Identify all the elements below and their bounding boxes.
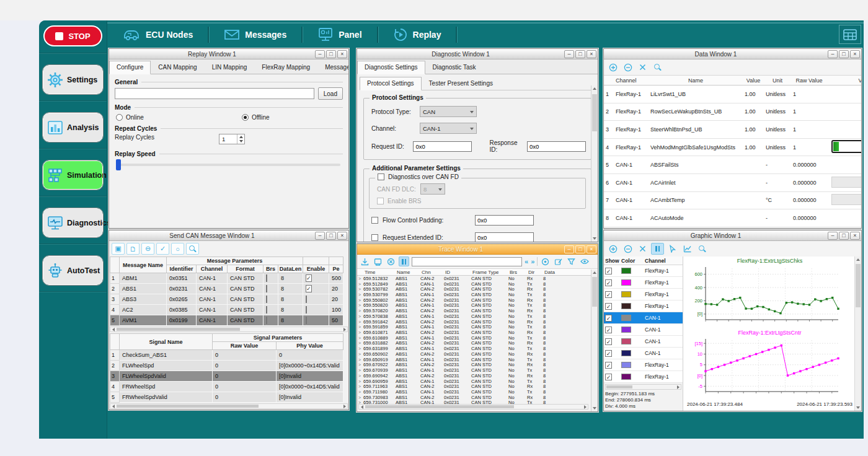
eye-icon[interactable] — [579, 256, 590, 266]
color-swatch[interactable] — [621, 327, 631, 333]
replay-file-input[interactable] — [115, 88, 314, 99]
replay-window-titlebar[interactable]: Replay Window 1 –□× — [109, 49, 348, 59]
trace-row[interactable]: >659.711980ABS1CAN-10x0231CAN STDNoTx8 — [357, 389, 598, 395]
trace-row[interactable]: >659.610889ABS1CAN-10x0231CAN STDNoTx8 — [357, 335, 598, 341]
enable-checkbox[interactable] — [306, 296, 307, 303]
trace-row[interactable]: >659.650919ABS1CAN-10x0231CAN STDNoTx8 — [357, 357, 598, 362]
row-expander-icon[interactable]: > — [357, 325, 362, 329]
minimize-button[interactable]: – — [315, 232, 325, 240]
show-checkbox[interactable]: ✓ — [605, 374, 612, 380]
row-expander-icon[interactable]: > — [357, 292, 362, 297]
remove-message-icon[interactable]: ⊖ — [141, 243, 154, 255]
color-swatch[interactable] — [621, 362, 631, 368]
row-expander-icon[interactable]: > — [357, 287, 362, 291]
trace-search-input[interactable] — [412, 257, 522, 266]
minimize-button[interactable]: – — [564, 245, 574, 253]
sidebar-item-diagnostics[interactable]: Diagnostics — [43, 208, 103, 237]
tab-can-mapping[interactable]: CAN Mapping — [151, 61, 204, 74]
brs-checkbox[interactable] — [266, 296, 267, 303]
column-header[interactable]: Raw Value — [213, 342, 277, 350]
add-signal-icon[interactable] — [606, 61, 619, 73]
show-checkbox[interactable]: ✓ — [605, 268, 612, 274]
trace-row[interactable]: >659.711963ABS1CAN-20x0231CAN STDNoRx8 — [357, 384, 598, 389]
row-expander-icon[interactable]: > — [357, 384, 362, 388]
trace-row[interactable]: >659.530799ABS1CAN-10x0231CAN STDNoTx8 — [357, 292, 598, 297]
minimize-button[interactable]: – — [828, 232, 838, 240]
signal-row[interactable]: 5FRWheelSpdValid0[0]Invalid — [110, 392, 343, 403]
row-expander-icon[interactable]: > — [357, 362, 362, 367]
horizontal-scrollbar[interactable] — [110, 403, 348, 409]
show-checkbox[interactable]: ✓ — [605, 279, 612, 286]
row-expander-icon[interactable]: > — [357, 390, 362, 394]
message-row[interactable]: 1ABM10x0351CAN-1CAN STD8✓500 — [110, 273, 343, 284]
legend-row[interactable]: ✓CAN-1 — [604, 348, 683, 359]
vertical-scrollbar[interactable] — [591, 86, 598, 242]
column-header[interactable]: Channel — [197, 265, 228, 273]
online-radio[interactable] — [116, 114, 123, 121]
pause-plot-icon[interactable] — [651, 243, 664, 255]
brs-checkbox[interactable] — [266, 285, 267, 292]
trace-row[interactable]: >659.591859ABS1CAN-10x0231CAN STDNoTx8 — [357, 324, 598, 330]
sidebar-item-autotest[interactable]: AutoTest — [43, 256, 103, 285]
maximize-button[interactable]: □ — [326, 232, 336, 240]
row-expander-icon[interactable]: > — [357, 374, 362, 378]
vertical-scrollbar[interactable] — [854, 256, 861, 411]
column-header[interactable]: DataLen — [278, 265, 303, 273]
maximize-button[interactable]: □ — [575, 245, 585, 253]
column-header[interactable]: Unit — [764, 77, 791, 84]
show-checkbox[interactable]: ✓ — [605, 350, 612, 357]
trace-row[interactable]: >659.570838ABS1CAN-10x0231CAN STDNoTx8 — [357, 314, 598, 319]
data-row[interactable]: 5CAN-1ABSFailSts-0.000000 — [604, 156, 861, 174]
column-header[interactable]: Enable — [303, 265, 329, 273]
column-header[interactable]: Chn — [420, 270, 444, 275]
trace-row[interactable]: >659.631899ABS1CAN-10x0231CAN STDNoTx8 — [357, 346, 598, 351]
row-expander-icon[interactable]: > — [357, 303, 362, 307]
diagnostic-window-titlebar[interactable]: Diagnostic Window 1 –□× — [357, 49, 598, 59]
graphic-window-titlebar[interactable]: Graphic Window 1 –□× — [604, 230, 861, 241]
trace-row[interactable]: >659.570820ABS1CAN-20x0231CAN STDNoRx8 — [357, 308, 598, 314]
trace-row[interactable]: >659.690959ABS1CAN-10x0231CAN STDNoTx8 — [357, 379, 598, 384]
delete-icon[interactable] — [636, 61, 649, 73]
line-chart-extrltgstschks[interactable]: [0]200400600 — [686, 265, 842, 327]
replay-speed-slider[interactable] — [116, 164, 340, 166]
diagnostics-over-canfd-checkbox[interactable] — [378, 173, 384, 180]
row-expander-icon[interactable]: > — [357, 320, 362, 324]
toolbar-ecu-nodes-button[interactable]: ECU Nodes — [107, 24, 208, 45]
message-row[interactable]: 2ABS10x0231CAN-1CAN STD8✓20 — [110, 284, 343, 294]
trace-row[interactable]: >659.591842ABS1CAN-20x0231CAN STDNoRx8 — [357, 319, 598, 325]
toolbar-replay-button[interactable]: Replay — [378, 24, 456, 45]
maximize-button[interactable]: □ — [326, 50, 336, 58]
show-checkbox[interactable]: ✓ — [605, 327, 612, 333]
signal-row[interactable]: 4FRWheelSpd0[0]0x0000~0x14D5:Valid — [110, 382, 343, 392]
row-expander-icon[interactable]: > — [357, 341, 362, 345]
parameter-checkbox[interactable] — [371, 217, 378, 224]
replay-cycles-stepper[interactable]: 1 — [219, 134, 245, 144]
close-button[interactable]: × — [850, 50, 860, 58]
legend-row[interactable]: ✓FlexRay-1 — [604, 300, 683, 312]
row-expander-icon[interactable]: > — [357, 309, 362, 313]
chart-settings-icon[interactable] — [681, 243, 694, 255]
column-header[interactable]: Pe — [329, 265, 343, 273]
color-swatch[interactable] — [621, 268, 631, 274]
color-swatch[interactable] — [621, 374, 631, 380]
add-message-icon[interactable]: 🗋 — [126, 243, 140, 255]
color-swatch[interactable] — [621, 291, 631, 297]
legend-row[interactable]: ✓CAN-1 — [604, 336, 683, 348]
column-header[interactable]: Value Bar — [827, 77, 861, 84]
cursor-icon[interactable] — [666, 243, 679, 255]
legend-row[interactable]: ✓FlexRay-1 — [604, 265, 683, 277]
row-expander-icon[interactable]: > — [357, 395, 362, 400]
row-expander-icon[interactable]: > — [357, 357, 362, 362]
close-button[interactable]: × — [337, 50, 347, 58]
trace-window-titlebar[interactable]: Trace Window 1 –□× — [357, 244, 598, 255]
new-window-icon[interactable]: ▣ — [112, 243, 125, 255]
brs-checkbox[interactable] — [266, 274, 267, 282]
edit-icon[interactable] — [553, 256, 564, 266]
sidebar-item-analysis[interactable]: Analysis — [43, 113, 103, 142]
trace-row[interactable]: >659.690942ABS1CAN-20x0231CAN STDNoRx8 — [357, 373, 598, 379]
legend-row[interactable]: ✓CAN-1 — [604, 312, 683, 324]
search-icon[interactable] — [186, 243, 199, 255]
minimize-button[interactable]: – — [828, 50, 838, 58]
data-window-titlebar[interactable]: Data Window 1 –□× — [604, 49, 861, 59]
parameter-value-input[interactable] — [475, 232, 534, 242]
